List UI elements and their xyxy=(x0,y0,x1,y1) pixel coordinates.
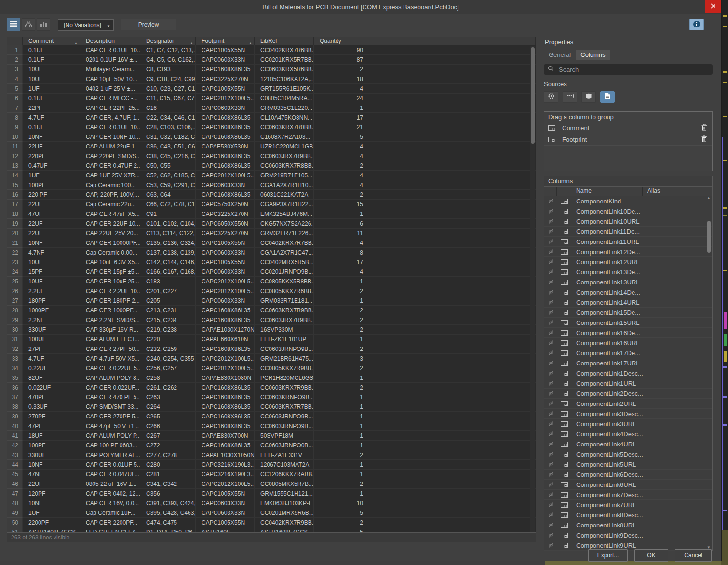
visibility-off-icon[interactable] xyxy=(544,320,557,325)
table-row[interactable]: 15 100PF Cap Ceramic 100... C53, C59, C2… xyxy=(7,180,536,190)
column-row[interactable]: ComponentLink1Desc... xyxy=(544,368,712,378)
table-row[interactable]: 6 0.1UF CAP CER MLCC -... C11, C15, C67,… xyxy=(7,94,536,103)
dialog-titlebar[interactable]: Bill of Materials for PCB Document [COM … xyxy=(0,0,721,14)
visibility-off-icon[interactable] xyxy=(544,350,557,356)
column-row[interactable]: ComponentLink13URL xyxy=(544,277,712,287)
source-database-button[interactable] xyxy=(581,91,596,103)
header-footprint[interactable]: Footprint xyxy=(196,37,255,45)
table-row[interactable]: 1 0.1UF CAP CER 0.1UF 10... C1, C7, C12,… xyxy=(7,45,536,55)
column-row[interactable]: ComponentLink12URL xyxy=(544,257,712,267)
column-row[interactable]: ComponentLink9Desc... xyxy=(544,530,712,540)
column-row[interactable]: ComponentLink11De... xyxy=(544,227,712,237)
table-row[interactable]: 36 0.022UF CAP CER 0.022UF... C261, C262… xyxy=(7,383,536,392)
visibility-off-icon[interactable] xyxy=(544,198,557,204)
remove-group-button[interactable] xyxy=(701,135,707,144)
visibility-off-icon[interactable] xyxy=(544,502,557,508)
column-row[interactable]: ComponentLink16De... xyxy=(544,328,712,338)
visibility-off-icon[interactable] xyxy=(544,431,557,437)
variations-dropdown[interactable]: [No Variations] xyxy=(58,19,114,31)
visibility-off-icon[interactable] xyxy=(544,380,557,386)
column-row[interactable]: ComponentLink8URL xyxy=(544,520,712,530)
visibility-off-icon[interactable] xyxy=(544,512,557,518)
table-row[interactable]: 34 0.22UF CAP CER 0.22UF 5... C256, C257… xyxy=(7,363,536,373)
visibility-off-icon[interactable] xyxy=(544,370,557,376)
table-row[interactable]: 23 10UF CAP 10uF 6.3V X5... C142, C144, … xyxy=(7,257,536,267)
column-row[interactable]: ComponentLink14De... xyxy=(544,287,712,297)
table-row[interactable]: 18 47UF CAP CER 47uF X5... C91 CAPC3225X… xyxy=(7,209,536,219)
table-row[interactable]: 14 1UF CAP 1UF 25V X7R... C52, C62, C185… xyxy=(7,171,536,180)
table-row[interactable]: 16 220 PF CAP, 220PF, 100V,... C63, C64 … xyxy=(7,190,536,200)
search-box[interactable] xyxy=(544,64,713,75)
header-quantity[interactable]: Quantity xyxy=(314,37,370,45)
visibility-off-icon[interactable] xyxy=(544,390,557,396)
visibility-off-icon[interactable] xyxy=(544,269,557,275)
table-row[interactable]: 48 10NF CAP CER 16V, 0.0... C391, C393, … xyxy=(7,498,536,508)
column-row[interactable]: ComponentLink6Desc... xyxy=(544,470,712,480)
table-row[interactable]: 24 15PF CAP CER 15pF ±5... C166, C167, C… xyxy=(7,267,536,277)
chart-view-button[interactable] xyxy=(37,18,50,31)
info-button[interactable] xyxy=(689,19,704,30)
table-row[interactable]: 4 10UF CAP 10µF 50V 10... C9, C18, C24, … xyxy=(7,74,536,84)
group-item[interactable]: Footprint xyxy=(544,134,712,146)
table-row[interactable]: 21 10NF CAP CER 10000PF... C135, C136, C… xyxy=(7,238,536,248)
table-row[interactable]: 3 10UF Multilayer Cerami... C8, C193 CAP… xyxy=(7,65,536,74)
visibility-off-icon[interactable] xyxy=(544,249,557,255)
column-row[interactable]: ComponentKind xyxy=(544,196,712,206)
preview-button[interactable]: Preview xyxy=(121,19,176,30)
column-row[interactable]: ComponentLink17URL xyxy=(544,358,712,368)
header-comment[interactable]: Comment xyxy=(23,37,80,45)
column-row[interactable]: ComponentLink10URL xyxy=(544,216,712,227)
table-row[interactable]: 31 100UF CAP ALUM ELECT... C220 CAPAE660… xyxy=(7,335,536,344)
column-row[interactable]: ComponentLink7URL xyxy=(544,500,712,510)
table-row[interactable]: 32 27PF CAP CER 27PF 50... C232, C259 CA… xyxy=(7,344,536,354)
table-row[interactable]: 46 22UF 0805 22 uF 16V ±... C341, C342 C… xyxy=(7,479,536,489)
table-row[interactable]: 22 4.7NF Cap Ceramic 0.00... C137, C138,… xyxy=(7,248,536,257)
column-row[interactable]: ComponentLink5Desc... xyxy=(544,449,712,459)
table-row[interactable]: 5 1UF 0402 1 uF 25 V ±... C10, C23, C27,… xyxy=(7,84,536,94)
table-row[interactable]: 29 2.2NF CAP 2.2NF SMD/S... C215, C234 C… xyxy=(7,315,536,325)
export-button[interactable]: Export... xyxy=(588,549,628,562)
table-row[interactable]: 19 22UF CAP CER 22UF 10... C101, C102, C… xyxy=(7,219,536,229)
columns-scrollbar-thumb[interactable] xyxy=(707,221,711,253)
tab-general[interactable]: General xyxy=(544,50,576,60)
column-row[interactable]: ComponentLink5URL xyxy=(544,459,712,470)
table-row[interactable]: 27 180PF CAP CER 180PF 2... C205 CAPC060… xyxy=(7,296,536,306)
visibility-off-icon[interactable] xyxy=(544,471,557,477)
ok-button[interactable]: OK xyxy=(634,549,668,562)
column-row[interactable]: ComponentLink17De... xyxy=(544,348,712,358)
table-row[interactable]: 38 0.33UF CAP SMD/SMT 33... C264 CAPC160… xyxy=(7,402,536,412)
source-compiled-button[interactable] xyxy=(544,91,558,103)
visibility-off-icon[interactable] xyxy=(544,360,557,366)
table-row[interactable]: 44 10NF CAP CER 0.01UF 5... C280 CAPC321… xyxy=(7,460,536,470)
table-row[interactable]: 33 4.7UF CAP 4.7uF 50V X5... C240, C254,… xyxy=(7,354,536,363)
visibility-off-icon[interactable] xyxy=(544,289,557,295)
table-row[interactable]: 41 18UF CAP ALUM POLY P... C267 CAPAE830… xyxy=(7,431,536,441)
visibility-off-icon[interactable] xyxy=(544,411,557,417)
visibility-off-icon[interactable] xyxy=(544,279,557,285)
visibility-off-icon[interactable] xyxy=(544,492,557,498)
table-row[interactable]: 39 270PF CAP CER 270PF 5... C265 CAPC160… xyxy=(7,412,536,421)
table-row[interactable]: 43 330UF CAP POLYMER AL... C277, C278 CA… xyxy=(7,450,536,460)
column-row[interactable]: ComponentLink4Desc... xyxy=(544,429,712,439)
visibility-off-icon[interactable] xyxy=(544,208,557,214)
visibility-off-icon[interactable] xyxy=(544,259,557,265)
visibility-off-icon[interactable] xyxy=(544,482,557,487)
column-row[interactable]: ComponentLink15URL xyxy=(544,318,712,328)
column-row[interactable]: ComponentLink15De... xyxy=(544,308,712,318)
visibility-off-icon[interactable] xyxy=(544,441,557,447)
table-row[interactable]: 7 22PF CAP CER 22PF 25... C16 CAPC0603X3… xyxy=(7,103,536,113)
column-row[interactable]: ComponentLink2Desc... xyxy=(544,389,712,399)
table-row[interactable]: 26 2.2UF CAP CER 2.2UF 10... C201, C227 … xyxy=(7,286,536,296)
hierarchy-view-button[interactable] xyxy=(22,18,35,31)
header-designator[interactable]: Designator xyxy=(140,37,196,45)
header-alias[interactable]: Alias xyxy=(643,187,712,196)
column-row[interactable]: ComponentLink11URL xyxy=(544,237,712,247)
column-row[interactable]: ComponentLink13De... xyxy=(544,267,712,277)
visibility-off-icon[interactable] xyxy=(544,239,557,244)
table-row[interactable]: 50 2200PF CAP CER 2200PF... C474, C475 C… xyxy=(7,518,536,527)
table-row[interactable]: 51 ASTR1608LZGCK LED GREEN CLEA... D1, D… xyxy=(7,527,536,532)
column-row[interactable]: ComponentLink16URL xyxy=(544,338,712,348)
column-row[interactable]: ComponentLink8Desc... xyxy=(544,510,712,520)
visibility-off-icon[interactable] xyxy=(544,421,557,427)
visibility-off-icon[interactable] xyxy=(544,542,557,548)
